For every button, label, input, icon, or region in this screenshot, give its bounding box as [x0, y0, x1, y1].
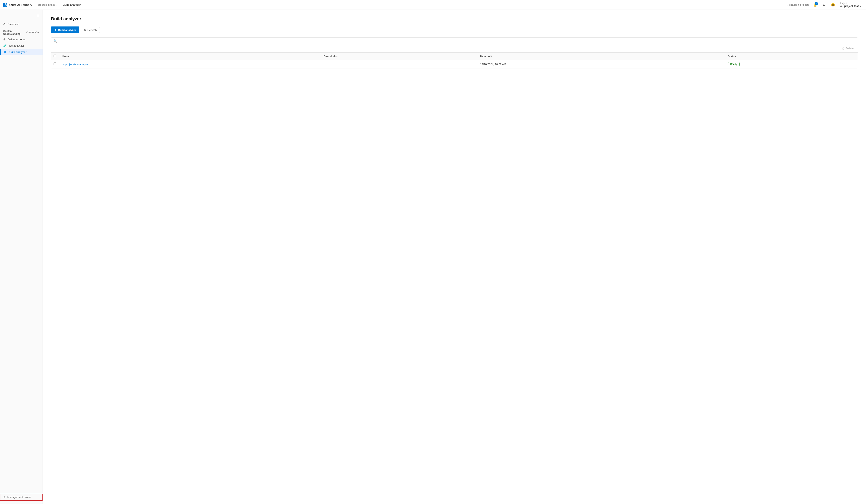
- build-analyzer-button[interactable]: ＋ Build analyzer: [51, 26, 79, 33]
- row-checkbox-cell: [51, 60, 59, 68]
- table-header-row: Name Description Date built Status: [51, 53, 858, 60]
- sidebar: ⊞ ⊙ Overview Content Understanding PREVI…: [0, 10, 43, 504]
- settings-btn[interactable]: ⚙: [821, 2, 827, 8]
- search-bar: 🔍: [51, 38, 858, 44]
- sidebar-item-build-analyzer[interactable]: 🔷 Build analyzer: [0, 49, 43, 55]
- sidebar-toggle-btn[interactable]: ⊞: [36, 13, 40, 19]
- search-icon: 🔍: [54, 39, 57, 43]
- breadcrumb-sep-1: /: [35, 3, 35, 7]
- delete-bar: 🗑 Delete: [51, 44, 858, 53]
- col-date-built: Date built: [478, 53, 725, 60]
- define-schema-icon: ⚙: [3, 38, 6, 41]
- brand-label: Azure AI Foundry: [9, 3, 32, 7]
- sidebar-bottom: ⎋ Management center: [0, 492, 43, 502]
- sidebar-toggle-area: ⊞: [0, 11, 43, 20]
- col-description: Description: [321, 53, 478, 60]
- row-date-cell: 12/10/2024, 10:27 AM: [478, 60, 725, 68]
- breadcrumb-chevron-icon: ⌄: [55, 4, 57, 6]
- test-analyzer-icon: 🧪: [3, 44, 7, 47]
- header-checkbox-col: [51, 53, 59, 60]
- col-name: Name: [59, 53, 321, 60]
- table-container: 🔍 🗑 Delete Name: [51, 37, 858, 68]
- preview-badge: PREVIEW: [26, 31, 37, 34]
- delete-button[interactable]: 🗑 Delete: [840, 46, 855, 51]
- breadcrumb-current: Build analyzer: [63, 3, 81, 6]
- main-layout: ⊞ ⊙ Overview Content Understanding PREVI…: [0, 10, 866, 504]
- build-analyzer-icon: 🔷: [3, 51, 7, 54]
- top-nav-right: All hubs + projects 🔔 1 ⚙ 😊 Project cu-p…: [788, 1, 863, 8]
- top-nav: Azure AI Foundry / cu-project-test ⌄ / B…: [0, 0, 866, 10]
- refresh-icon: ↻: [84, 29, 86, 32]
- section-label: Content Understanding: [3, 30, 24, 35]
- col-status: Status: [725, 53, 858, 60]
- row-checkbox[interactable]: [54, 63, 56, 65]
- search-input[interactable]: [59, 40, 855, 43]
- sidebar-section-header: Content Understanding PREVIEW: [3, 30, 37, 35]
- svg-point-2: [5, 4, 6, 5]
- breadcrumb-project[interactable]: cu-project-test ⌄: [38, 3, 57, 6]
- notification-btn[interactable]: 🔔 1: [812, 2, 818, 8]
- gear-icon: ⚙: [823, 3, 825, 7]
- define-schema-label: Define schema: [8, 38, 25, 41]
- project-selector[interactable]: Project cu-project-test ⌄: [839, 1, 863, 8]
- sidebar-section-cu: Content Understanding PREVIEW ∧: [0, 27, 43, 36]
- management-center-btn[interactable]: ⎋ Management center: [0, 494, 43, 501]
- management-center-label: Management center: [7, 496, 31, 499]
- toolbar: ＋ Build analyzer ↻ Refresh: [51, 26, 858, 33]
- analyzer-link[interactable]: cu-project-test-analyzer: [62, 63, 89, 66]
- user-icon: 😊: [831, 3, 835, 7]
- section-chevron-icon: ∧: [37, 31, 39, 34]
- notification-badge: 1: [815, 2, 818, 5]
- refresh-button[interactable]: ↻ Refresh: [81, 27, 100, 33]
- main-content: Build analyzer ＋ Build analyzer ↻ Refres…: [43, 10, 866, 504]
- test-analyzer-label: Test analyzer: [9, 44, 24, 47]
- overview-icon: ⊙: [3, 23, 5, 26]
- overview-label: Overview: [8, 23, 19, 26]
- build-analyzer-label: Build analyzer: [9, 51, 26, 54]
- project-label: Project: [840, 2, 861, 4]
- plus-icon: ＋: [54, 28, 57, 32]
- breadcrumb-sep-2: /: [59, 3, 60, 7]
- row-description-cell: [321, 60, 478, 68]
- user-btn[interactable]: 😊: [830, 2, 836, 8]
- management-center-icon: ⎋: [4, 496, 5, 499]
- brand-icon: [3, 3, 7, 7]
- sidebar-item-overview[interactable]: ⊙ Overview: [0, 21, 43, 27]
- row-name-cell: cu-project-test-analyzer: [59, 60, 321, 68]
- project-name-display: cu-project-test ⌄: [840, 4, 861, 8]
- sidebar-item-test-analyzer[interactable]: 🧪 Test analyzer: [0, 43, 43, 49]
- select-all-checkbox[interactable]: [54, 55, 56, 57]
- table-row: cu-project-test-analyzer 12/10/2024, 10:…: [51, 60, 858, 68]
- sidebar-item-define-schema[interactable]: ⚙ Define schema: [0, 36, 43, 43]
- analyzer-table: Name Description Date built Status: [51, 53, 858, 68]
- status-badge: Ready: [728, 62, 740, 66]
- project-chevron-icon: ⌄: [859, 5, 861, 7]
- page-title: Build analyzer: [51, 16, 858, 22]
- row-status-cell: Ready: [725, 60, 858, 68]
- delete-icon: 🗑: [842, 47, 845, 50]
- brand[interactable]: Azure AI Foundry: [3, 3, 32, 7]
- all-hubs-link[interactable]: All hubs + projects: [788, 3, 809, 6]
